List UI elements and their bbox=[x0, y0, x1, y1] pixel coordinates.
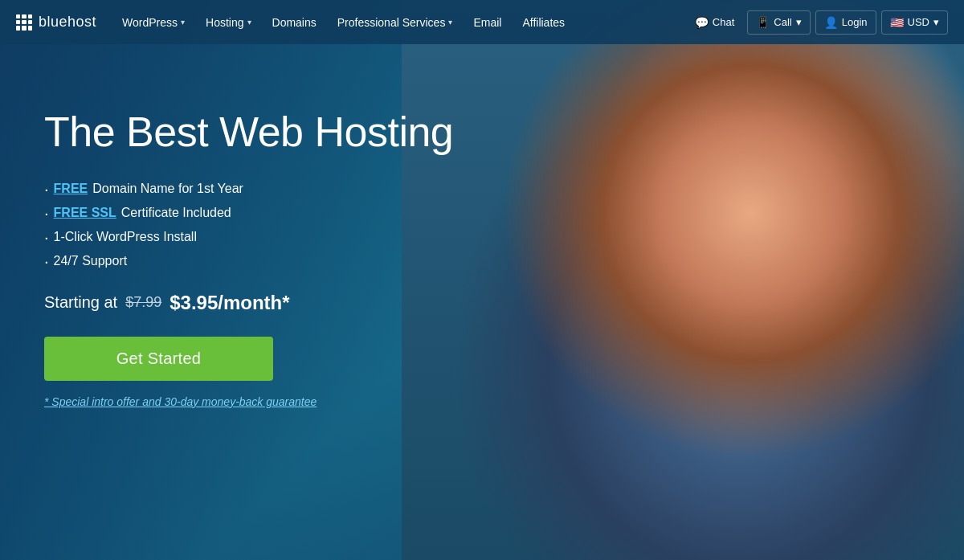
flag-icon: 🇺🇸 bbox=[890, 16, 904, 29]
feature-support-text: 24/7 Support bbox=[54, 254, 128, 268]
logo-text: bluehost bbox=[39, 14, 96, 31]
feature-free-domain-link[interactable]: FREE bbox=[54, 182, 88, 196]
feature-domain-text: Domain Name for 1st Year bbox=[92, 182, 243, 196]
nav-left: bluehost WordPress ▾ Hosting ▾ Domains P… bbox=[16, 10, 574, 35]
logo[interactable]: bluehost bbox=[16, 14, 96, 31]
hero-title: The Best Web Hosting bbox=[44, 108, 482, 157]
chevron-down-icon: ▾ bbox=[933, 16, 939, 28]
feature-wordpress-text: 1-Click WordPress Install bbox=[54, 230, 197, 244]
nav-item-wordpress[interactable]: WordPress ▾ bbox=[112, 10, 194, 35]
chevron-down-icon: ▾ bbox=[796, 16, 802, 28]
feature-support: 24/7 Support bbox=[44, 253, 482, 269]
navbar: bluehost WordPress ▾ Hosting ▾ Domains P… bbox=[0, 0, 964, 44]
chevron-down-icon: ▾ bbox=[448, 18, 452, 27]
call-button[interactable]: 📱 Call ▾ bbox=[747, 10, 810, 35]
old-price: $7.99 bbox=[125, 294, 161, 311]
pricing-label: Starting at bbox=[44, 293, 117, 312]
nav-item-email[interactable]: Email bbox=[464, 10, 511, 35]
login-button[interactable]: 👤 Login bbox=[815, 10, 876, 35]
nav-item-hosting[interactable]: Hosting ▾ bbox=[196, 10, 260, 35]
hero-features-list: FREE Domain Name for 1st Year FREE SSL C… bbox=[44, 181, 482, 269]
nav-menu: WordPress ▾ Hosting ▾ Domains Profession… bbox=[112, 10, 574, 35]
chat-icon: 💬 bbox=[695, 16, 709, 29]
disclaimer-link[interactable]: * Special intro offer and 30-day money-b… bbox=[44, 395, 482, 408]
hero-person-image bbox=[402, 0, 964, 560]
feature-wordpress: 1-Click WordPress Install bbox=[44, 229, 482, 245]
user-icon: 👤 bbox=[824, 16, 838, 29]
feature-ssl: FREE SSL Certificate Included bbox=[44, 205, 482, 221]
chevron-down-icon: ▾ bbox=[247, 18, 251, 27]
currency-selector[interactable]: 🇺🇸 USD ▾ bbox=[881, 10, 948, 35]
chevron-down-icon: ▾ bbox=[181, 18, 185, 27]
feature-ssl-text: Certificate Included bbox=[121, 206, 231, 220]
feature-domain: FREE Domain Name for 1st Year bbox=[44, 181, 482, 197]
hero-content: The Best Web Hosting FREE Domain Name fo… bbox=[0, 44, 482, 408]
nav-right: 💬 Chat 📱 Call ▾ 👤 Login 🇺🇸 USD ▾ bbox=[687, 10, 948, 35]
get-started-button[interactable]: Get Started bbox=[44, 337, 273, 381]
pricing-section: Starting at $7.99 $3.95/month* bbox=[44, 292, 482, 314]
new-price: $3.95/month* bbox=[170, 292, 289, 314]
chat-button[interactable]: 💬 Chat bbox=[687, 11, 742, 34]
nav-item-professional-services[interactable]: Professional Services ▾ bbox=[328, 10, 463, 35]
logo-grid-icon bbox=[16, 14, 32, 31]
nav-item-affiliates[interactable]: Affiliates bbox=[513, 10, 574, 35]
nav-item-domains[interactable]: Domains bbox=[263, 10, 326, 35]
phone-icon: 📱 bbox=[756, 16, 770, 29]
feature-free-ssl-link[interactable]: FREE SSL bbox=[54, 206, 116, 220]
